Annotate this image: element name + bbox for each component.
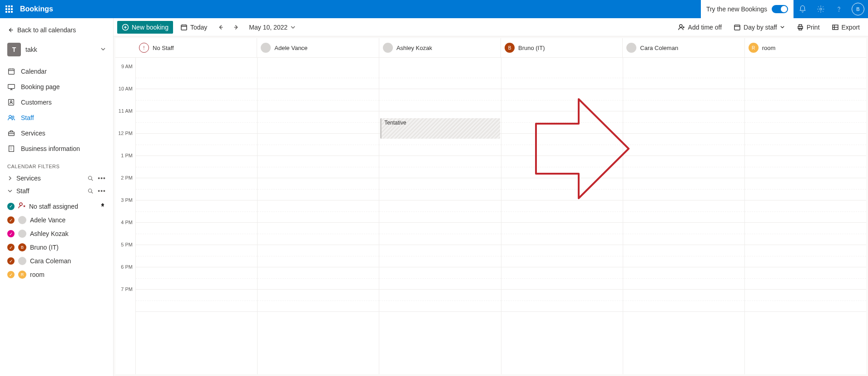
staff-day-column[interactable] (135, 58, 257, 374)
svg-rect-8 (11, 11, 13, 13)
print-button[interactable]: Print (792, 21, 824, 34)
date-picker[interactable]: May 10, 2022 (245, 22, 299, 33)
staff-day-column[interactable] (623, 58, 744, 374)
staff-filter-item[interactable]: ✓Cara Coleman (0, 254, 113, 268)
svg-rect-18 (9, 146, 14, 152)
view-select[interactable]: Day by staff (729, 21, 789, 34)
svg-rect-4 (8, 8, 10, 10)
svg-rect-3 (5, 8, 7, 10)
time-label: 7 PM (115, 290, 135, 312)
calendar-toolbar: New booking Today May 10, 2022 Add time … (114, 18, 868, 36)
calendar-filters-heading: CALENDAR FILTERS (0, 159, 113, 172)
staff-column-header[interactable]: BBruno (IT) (501, 38, 622, 57)
staff-column-header[interactable]: Cara Coleman (622, 38, 744, 57)
staff-day-column[interactable] (257, 58, 379, 374)
nav-services[interactable]: Services (0, 125, 113, 141)
calendar-icon (180, 24, 188, 31)
try-new-bookings-toggle[interactable] (772, 5, 788, 13)
arrow-left-icon (218, 24, 224, 30)
staff-header-avatar (261, 43, 271, 53)
contacts-icon (7, 98, 15, 106)
nav-staff[interactable]: Staff (0, 110, 113, 125)
more-icon[interactable]: ••• (98, 187, 106, 195)
svg-rect-25 (734, 25, 740, 30)
staff-column-header[interactable]: Rroom (744, 38, 866, 57)
staff-day-column[interactable] (744, 58, 866, 374)
check-icon: ✓ (7, 271, 15, 278)
prev-day-button[interactable] (214, 21, 227, 34)
nav-business-information[interactable]: Business information (0, 141, 113, 156)
svg-rect-12 (8, 85, 15, 89)
new-booking-button[interactable]: New booking (117, 21, 173, 34)
help-button[interactable] (830, 0, 848, 18)
nav-booking-page[interactable]: Booking page (0, 79, 113, 95)
day-columns: Tentative (135, 58, 866, 374)
staff-avatar (18, 257, 26, 265)
nav-customers[interactable]: Customers (0, 95, 113, 110)
add-time-off-label: Add time off (688, 24, 722, 31)
no-staff-icon (18, 202, 25, 211)
svg-point-16 (12, 116, 14, 118)
app-title: Bookings (18, 5, 53, 13)
svg-point-19 (89, 176, 92, 180)
chevron-down-icon (290, 25, 296, 30)
notifications-button[interactable] (794, 0, 812, 18)
calendar-grid: !No StaffAdele VanceAshley KozakBBruno (… (115, 38, 866, 374)
check-icon: ✓ (7, 244, 15, 251)
nav-label: Services (21, 130, 45, 137)
search-icon[interactable] (88, 175, 93, 181)
pin-icon[interactable] (99, 202, 106, 210)
settings-button[interactable] (812, 0, 830, 18)
today-button[interactable]: Today (176, 21, 212, 34)
staff-header-avatar: ! (139, 43, 149, 53)
filter-staff[interactable]: Staff ••• (0, 185, 113, 197)
staff-name: Adele Vance (30, 216, 65, 224)
staff-column-header[interactable]: !No Staff (135, 38, 257, 57)
nav-label: Calendar (21, 68, 47, 75)
svg-rect-27 (799, 25, 802, 26)
staff-header-avatar (626, 43, 636, 53)
staff-filter-item[interactable]: ✓Rroom (0, 268, 113, 281)
app-launcher-button[interactable] (0, 0, 18, 18)
monitor-icon (7, 83, 15, 91)
filter-services[interactable]: Services ••• (0, 172, 113, 185)
calendar-event[interactable]: Tentative (380, 118, 500, 139)
chevron-down-icon (7, 188, 13, 194)
calendar-icon (7, 67, 15, 75)
staff-filter-item[interactable]: ✓BBruno (IT) (0, 241, 113, 254)
back-to-calendars-link[interactable]: Back to all calendars (0, 22, 113, 38)
svg-point-9 (820, 8, 822, 10)
arrow-left-icon (7, 27, 14, 33)
staff-avatar (18, 230, 26, 238)
nav-calendar[interactable]: Calendar (0, 64, 113, 79)
staff-column-header[interactable]: Adele Vance (257, 38, 378, 57)
nav-label: Business information (21, 145, 80, 152)
view-label: Day by staff (744, 24, 777, 31)
staff-day-column[interactable] (501, 58, 623, 374)
gear-icon (817, 5, 825, 13)
svg-point-15 (9, 115, 11, 118)
calendar-name: takk (25, 46, 37, 53)
export-label: Export (842, 24, 860, 31)
next-day-button[interactable] (230, 21, 243, 34)
staff-filter-item[interactable]: ✓No staff assigned (0, 199, 113, 213)
nav-label: Staff (21, 114, 34, 121)
staff-filter-item[interactable]: ✓Ashley Kozak (0, 227, 113, 241)
user-avatar[interactable]: B (852, 3, 864, 15)
search-icon[interactable] (88, 188, 93, 194)
staff-filter-item[interactable]: ✓Adele Vance (0, 213, 113, 227)
svg-rect-23 (181, 25, 187, 30)
nav-label: Booking page (21, 83, 60, 90)
add-time-off-button[interactable]: Add time off (674, 21, 726, 34)
staff-header-name: Cara Coleman (640, 45, 678, 51)
check-icon: ✓ (7, 203, 15, 210)
time-gutter: 9 AM10 AM11 AM12 PM1 PM2 PM3 PM4 PM5 PM6… (115, 58, 135, 374)
svg-rect-2 (11, 5, 13, 7)
more-icon[interactable]: ••• (98, 175, 106, 182)
staff-day-column[interactable]: Tentative (379, 58, 501, 374)
staff-header-name: Adele Vance (274, 45, 308, 51)
staff-column-header[interactable]: Ashley Kozak (379, 38, 501, 57)
export-button[interactable]: Export (827, 21, 864, 34)
waffle-icon (5, 5, 13, 13)
calendar-picker[interactable]: T takk (0, 38, 113, 61)
